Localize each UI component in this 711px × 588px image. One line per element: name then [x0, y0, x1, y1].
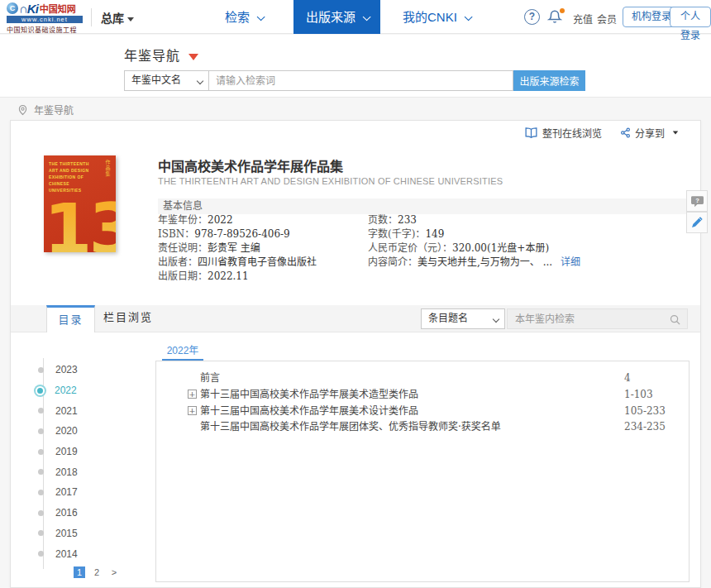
comment-question-button[interactable]: ? [686, 190, 708, 212]
book-cover[interactable]: THE THIRTEENTH ART AND DESIGN EXHIBITION… [44, 155, 116, 252]
year-dot [38, 449, 44, 455]
recharge-link[interactable]: 充值 [573, 12, 593, 26]
cnki-logo[interactable]: C ∩Ki 中国知网 www.cnki.net 中国知识基础设施工程 [7, 2, 89, 34]
toc-entry-title[interactable]: 前言 [200, 370, 220, 386]
page-title: 年鉴导航 [124, 45, 198, 65]
field-abstract: 内容简介：美与天地并生,与万物为一、 ... 详细 [368, 256, 580, 270]
field-year: 年鉴年份：2022 [158, 213, 317, 227]
table-row: 前言 4 [156, 370, 689, 386]
subheader: 年鉴导航 年鉴中文名 出版来源检索 [0, 35, 711, 98]
cnki-globe-icon: C [7, 2, 18, 14]
nav-database-dropdown[interactable]: 总库 [101, 9, 134, 26]
main-panel: 整刊在线浏览 分享到 THE THIRTEENTH ART AND DESIGN… [10, 120, 701, 588]
year-item-2019[interactable]: 2019 [38, 442, 78, 462]
year-dot [38, 367, 44, 373]
help-icon[interactable]: ? [524, 9, 540, 25]
logo-chinese-text: 中国知网 [40, 2, 76, 15]
share-dropdown[interactable]: 分享到 [620, 126, 679, 140]
chevron-down-icon [257, 12, 265, 21]
expand-plus-icon[interactable] [188, 406, 197, 415]
cover-big-number: 13 [44, 194, 116, 252]
chevron-down-icon [465, 12, 473, 21]
book-title: 中国高校美术作品学年展作品集 [158, 155, 343, 175]
field-responsibility: 责任说明：彭贵军 主编 [158, 241, 317, 256]
chevron-down-icon [363, 12, 371, 21]
toc-entry-pages: 234-235 [624, 418, 666, 435]
breadcrumb: 年鉴导航 [18, 103, 74, 117]
page-next-button[interactable]: > [108, 566, 120, 578]
tab-column-browse[interactable]: 栏目浏览 [95, 305, 161, 332]
table-of-contents: 前言 4 第十三届中国高校美术作品学年展美术造型类作品 1-103 第十三届中国… [155, 361, 690, 582]
tab-catalog[interactable]: 目录 [46, 305, 95, 332]
question-bubble-icon: ? [690, 195, 704, 208]
year-dot-active [36, 386, 45, 395]
year-item-2016[interactable]: 2016 [38, 503, 78, 523]
personal-login-button[interactable]: 个人登录 [670, 7, 711, 27]
toc-entry-pages: 105-233 [624, 403, 666, 419]
year-item-2023[interactable]: 2023 [38, 360, 78, 380]
field-price: 人民币定价（元）：320.00(1光盘+本册) [368, 241, 580, 256]
red-dropdown-triangle-icon[interactable] [188, 54, 198, 60]
chevron-down-icon [493, 316, 499, 323]
side-toolbar: ? [686, 190, 708, 233]
caret-down-icon [127, 17, 134, 22]
year-dot [38, 530, 44, 536]
publication-search-button[interactable]: 出版来源检索 [513, 70, 585, 91]
tabs-band: 目录 栏目浏览 条目题名 [11, 305, 700, 332]
field-publisher: 出版者：四川省教育电子音像出版社 [158, 256, 317, 270]
field-pub-date: 出版日期：2022.11 [158, 270, 317, 284]
year-tab-2022[interactable]: 2022年 [162, 342, 203, 361]
table-row: 第十三届中国高校美术作品学年展美术设计类作品 105-233 [156, 403, 689, 419]
divider [91, 8, 92, 26]
year-item-2020[interactable]: 2020 [38, 421, 78, 442]
year-item-2015[interactable]: 2015 [38, 523, 78, 544]
year-dot [38, 408, 44, 414]
toc-entry-title[interactable]: 第十三届中国高校美术作品学年展美术造型类作品 [200, 386, 418, 403]
field-isbn: ISBN：978-7-89526-406-9 [158, 227, 317, 241]
view-whole-book-link[interactable]: 整刊在线浏览 [524, 126, 602, 140]
search-input[interactable] [209, 70, 513, 91]
member-link[interactable]: 会员 [597, 12, 617, 26]
table-row: 第十三届中国高校美术作品学年展美术造型类作品 1-103 [156, 386, 689, 403]
book-english-title: THE THIRTEENTH ART AND DESIGN EXHIBITION… [158, 176, 503, 186]
nav-publication-source[interactable]: 出版来源 [293, 0, 380, 34]
caret-down-icon [673, 131, 678, 135]
nav-my-cnki[interactable]: 我的CNKI [403, 0, 470, 34]
year-dot [38, 490, 44, 495]
cover-vertical-title: 作品集 [104, 160, 112, 177]
inbook-search [507, 308, 688, 329]
detail-link[interactable]: 详细 [561, 256, 580, 268]
year-dot [38, 510, 44, 516]
year-item-2017[interactable]: 2017 [38, 482, 78, 503]
toc-entry-pages: 1-103 [624, 386, 653, 403]
inbook-search-input[interactable] [508, 309, 687, 328]
edit-correction-button[interactable] [686, 212, 708, 233]
year-item-2022-active[interactable]: 2022 [38, 380, 78, 401]
share-icon [620, 127, 631, 138]
nav-search[interactable]: 检索 [225, 0, 262, 34]
page-1-button[interactable]: 1 [74, 566, 85, 578]
year-dot [38, 428, 44, 434]
notification-dot [560, 8, 565, 13]
notification-bell-icon[interactable] [547, 9, 563, 25]
year-item-2018[interactable]: 2018 [38, 461, 78, 482]
field-pages: 页数：233 [368, 213, 580, 227]
year-item-2014[interactable]: 2014 [38, 543, 78, 564]
entry-title-select[interactable]: 条目题名 [421, 308, 505, 329]
toc-entry-title[interactable]: 第十三届中国高校美术作品学年展美术设计类作品 [200, 403, 418, 419]
search-field-select[interactable]: 年鉴中文名 [124, 70, 209, 91]
year-timeline: 2023 2022 2021 2020 2019 2018 2017 2016 … [38, 360, 78, 564]
chevron-down-icon [197, 78, 203, 84]
toc-entry-title[interactable]: 第十三届中国高校美术作品学年展团体奖、优秀指导教师奖·获奖名单 [200, 418, 501, 435]
breadcrumb-label[interactable]: 年鉴导航 [34, 103, 74, 117]
search-icon[interactable] [669, 313, 681, 326]
logo-subtitle: 中国知识基础设施工程 [7, 25, 89, 34]
basic-info-section-title: 基本信息 [158, 198, 691, 214]
open-book-icon [524, 127, 538, 138]
page-2-button[interactable]: 2 [91, 566, 103, 578]
year-item-2021[interactable]: 2021 [38, 400, 78, 421]
year-dot [38, 551, 44, 557]
year-dot [38, 469, 44, 475]
expand-plus-icon[interactable] [188, 390, 197, 399]
top-navbar: C ∩Ki 中国知网 www.cnki.net 中国知识基础设施工程 总库 检索… [0, 0, 711, 34]
